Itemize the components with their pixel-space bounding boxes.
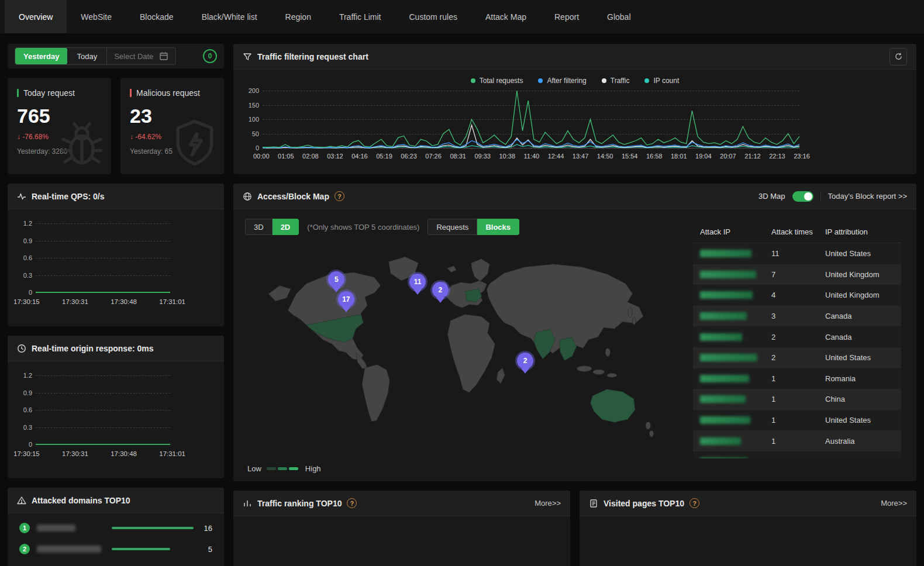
attack-table-row[interactable]: 11United States [693,243,901,264]
map-pin[interactable]: 2 [432,282,449,304]
requests-button[interactable]: Requests [427,219,477,235]
3d-mode-button[interactable]: 3D [245,219,273,235]
attack-table-row[interactable]: 2United States [693,347,901,368]
map-pin[interactable]: 17 [338,291,354,313]
rank-badge: 2 [19,544,30,554]
legend-item[interactable]: IP count [644,77,679,85]
today-request-title: Today request [23,88,75,98]
traffic-ranking-card: Traffic ranking TOP10 ? More>> [233,491,570,566]
map-pin[interactable]: 2 [517,353,533,375]
traffic-legend: Total requestsAfter filteringTrafficIP c… [233,77,916,85]
select-date-button[interactable]: Select Date [106,48,175,64]
attack-table-row[interactable]: 3Canada [693,306,901,327]
domain-bar-track [112,548,199,550]
stat-cards-row: Today request 765 ↓ -76.68% Yesterday: 3… [8,78,224,174]
3d-map-toggle[interactable] [792,191,813,202]
today-request-title-row: Today request [17,88,102,98]
rank-badge: 1 [19,523,30,533]
tab-attack-map[interactable]: Attack Map [471,0,540,33]
visited-pages-more-link[interactable]: More>> [881,499,907,508]
globe-icon [243,192,252,201]
x-tick-label: 17:30:15 [13,450,40,457]
2d-mode-button[interactable]: 2D [273,219,299,235]
block-report-link[interactable]: Today's Block report >> [828,192,907,201]
attack-ip-cell [700,458,771,458]
attack-times-cell: 4 [771,291,825,299]
attack-table-row[interactable]: 1Australia [693,430,901,451]
origin-x-axis: 17:30:1517:30:3117:30:4817:31:01 [13,450,185,457]
attack-table-row[interactable]: 1Romania [693,368,901,389]
attack-table-row[interactable]: 1United States [693,410,901,431]
domain-bar-track [112,527,199,529]
attack-times-cell: 11 [771,249,825,258]
attack-times-cell: 1 [771,416,825,424]
map-card-title: Access/Block Map [257,192,329,201]
refresh-button[interactable] [889,48,907,65]
3d-map-toggle-label: 3D Map [758,192,785,201]
tab-report[interactable]: Report [540,0,593,33]
attacked-domains-card: Attacked domains TOP10 11625 [8,488,224,566]
map-pin[interactable]: 11 [409,274,426,296]
legend-item[interactable]: Traffic [602,77,630,85]
y-tick-label: 100 [238,116,259,123]
attack-ip-cell [700,375,771,382]
visited-pages-help-icon[interactable]: ? [689,498,699,508]
map-help-icon[interactable]: ? [335,191,344,201]
bug-icon [55,116,109,170]
redacted-ip [700,395,746,403]
redacted-ip [700,458,748,458]
legend-item[interactable]: Total requests [471,77,523,85]
notification-count-badge[interactable]: 0 [203,49,217,63]
legend-label: IP count [653,77,679,85]
traffic-ranking-help-icon[interactable]: ? [347,498,357,508]
attack-table-row[interactable]: 1China [693,389,901,410]
tab-custom-rules[interactable]: Custom rules [395,0,471,33]
blocks-button[interactable]: Blocks [477,219,519,235]
attack-times-cell: 1 [771,437,825,446]
qps-card-header: Real-time QPS: 0/s [8,184,224,209]
document-icon [589,499,598,508]
map-dimension-group: 3D 2D [245,219,299,235]
attacked-domain-row[interactable]: 116 [19,522,212,534]
y-tick-label: 0.9 [11,237,32,244]
map-pin[interactable]: 5 [328,271,344,294]
x-tick-label: 17:31:01 [159,298,185,305]
attack-table-row[interactable]: 7United Kingdom [693,264,901,285]
world-map[interactable]: 5171122 [245,244,681,450]
visited-pages-title: Visited pages TOP10 [604,499,684,508]
divider [820,192,821,201]
traffic-plot: 200150100500 [263,91,799,148]
tab-region[interactable]: Region [271,0,325,33]
attack-table-row[interactable]: 4United Kingdom [693,285,901,306]
chart-series [36,375,170,444]
domain-count: 5 [208,545,212,554]
today-button[interactable]: Today [67,48,106,64]
attack-table-row[interactable]: 1Germany [693,451,901,458]
qps-x-axis: 17:30:1517:30:3117:30:4817:31:01 [13,298,185,305]
tab-traffic-limit[interactable]: Traffic Limit [325,0,395,33]
tab-website[interactable]: WebSite [67,0,126,33]
legend-item[interactable]: After filtering [538,77,586,85]
traffic-ranking-more-link[interactable]: More>> [535,499,561,508]
attack-times-cell: 7 [771,270,825,279]
origin-title: Real-time origin response: 0ms [32,344,154,353]
origin-response-card: Real-time origin response: 0ms 1.20.90.6… [8,336,224,478]
malicious-request-title-row: Malicious request [130,88,215,98]
x-tick-label: 19:04 [695,153,712,160]
tab-black-white-list[interactable]: Black/White list [188,0,271,33]
tab-blockade[interactable]: Blockade [126,0,188,33]
attack-table-row[interactable]: 2Canada [693,326,901,347]
qps-card: Real-time QPS: 0/s 1.20.90.60.30 17:30:1… [8,184,224,326]
yesterday-button[interactable]: Yesterday [15,48,67,64]
attack-times-cell: 2 [771,353,825,362]
attack-table-header-cell: IP attribution [825,227,901,236]
tab-overview[interactable]: Overview [5,0,67,33]
x-tick-label: 08:31 [450,153,466,160]
attacked-domains-header: Attacked domains TOP10 [8,488,224,513]
x-tick-label: 17:30:31 [62,450,88,457]
x-tick-label: 14:50 [597,153,613,160]
attack-table[interactable]: Attack IPAttack timesIP attribution 11Un… [693,221,901,458]
attacked-domain-row[interactable]: 25 [19,543,212,555]
x-tick-label: 17:30:15 [13,298,40,305]
tab-global[interactable]: Global [593,0,644,33]
